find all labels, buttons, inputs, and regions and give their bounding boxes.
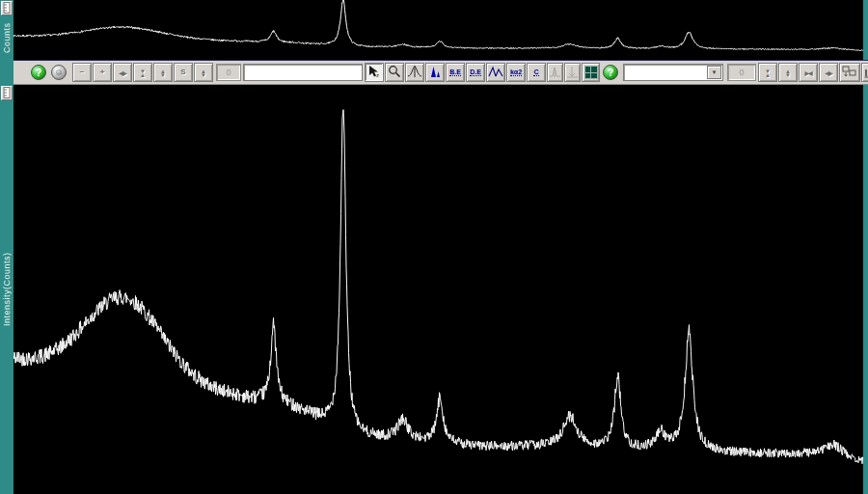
autoscale-button[interactable]: S — [174, 63, 193, 82]
peak-area-button — [547, 63, 563, 82]
crystallite-size-button[interactable]: C — [527, 63, 546, 82]
expand-y-icon: ▲▼ — [785, 69, 791, 76]
peak-id-icon — [407, 65, 422, 80]
expand-x-icon: ◀▶ — [119, 69, 125, 76]
compress-y-icon: ▼▲ — [140, 69, 146, 76]
dropdown-arrow-icon[interactable]: ▼ — [707, 66, 721, 79]
compress-x-button-2[interactable]: ▶◀ — [799, 63, 818, 82]
main-plot[interactable] — [14, 85, 863, 494]
compress-y-button-2[interactable]: ▼▲ — [758, 63, 777, 82]
deconvolution-icon — [488, 65, 503, 80]
main-ylabel: Intensity(Counts) — [0, 85, 14, 494]
help-icon: ? — [31, 65, 46, 80]
peak-dump-icon — [566, 66, 579, 80]
minus-icon: − — [80, 69, 85, 76]
main-axis-settings-button[interactable] — [1, 86, 13, 100]
expand-x-button-2[interactable]: ◀▶ — [819, 63, 838, 82]
overlay-stack-button[interactable] — [839, 63, 860, 82]
deconvolution-button[interactable] — [486, 63, 505, 82]
tile-windows-button[interactable] — [582, 63, 600, 82]
normalize-y-icon: ▲▼ — [201, 69, 206, 76]
expand-y-button[interactable]: ▲▼ — [153, 63, 173, 82]
tile-windows-icon — [584, 66, 598, 79]
kalpha2-strip-button[interactable]: kα2 — [506, 63, 526, 82]
help-button-left[interactable]: ? — [29, 62, 48, 83]
ruler-icon — [3, 85, 11, 102]
compress-y-icon: ▼▲ — [765, 69, 771, 76]
stop-button[interactable] — [49, 62, 68, 83]
background-edit-button[interactable]: B.E — [446, 63, 465, 82]
toolbar: ? − + ◀▶ ▼▲ ▲▼ S ▲▼ 0 z — [14, 60, 868, 85]
plus-icon: + — [100, 69, 105, 76]
overlay-stack-icon — [842, 65, 857, 80]
peak-dump-button — [564, 63, 581, 82]
filename-input[interactable] — [243, 64, 363, 81]
magnify-button[interactable] — [385, 63, 404, 82]
background-edit-label: B.E — [449, 69, 461, 76]
ruler-icon — [3, 0, 11, 17]
left-counter-field: 0 — [216, 64, 241, 81]
zoom-cursor-button[interactable]: z — [365, 63, 384, 82]
histogram-icon — [864, 66, 868, 80]
zoom-cursor-icon: z — [367, 65, 381, 80]
svg-text:z: z — [376, 72, 379, 78]
kalpha2-label: kα2 — [510, 69, 522, 76]
peak-area-icon — [549, 66, 561, 80]
normalize-y-button[interactable]: ▲▼ — [194, 63, 213, 82]
histogram-view-button[interactable] — [861, 63, 868, 82]
overview-ylabel: Counts — [0, 15, 14, 60]
profile-fit-icon — [427, 65, 443, 80]
data-edit-button[interactable]: D.E — [466, 63, 485, 82]
expand-y-icon: ▲▼ — [160, 69, 166, 76]
stop-sphere-icon — [51, 65, 67, 80]
crystallite-label: C — [533, 69, 538, 76]
magnifier-icon — [388, 65, 401, 80]
expand-x-icon: ◀▶ — [825, 69, 831, 76]
autoscale-icon: S — [180, 69, 185, 76]
peak-id-button[interactable] — [405, 63, 424, 82]
phase-combobox[interactable]: ▼ — [623, 64, 723, 81]
overview-axis-settings-button[interactable] — [1, 1, 13, 15]
expand-x-button[interactable]: ◀▶ — [113, 63, 132, 82]
zoom-out-button[interactable]: − — [72, 63, 92, 82]
compress-y-button[interactable]: ▼▲ — [133, 63, 152, 82]
compress-x-icon: ▶◀ — [804, 69, 811, 76]
profile-fit-button[interactable] — [425, 63, 445, 82]
help-icon: ? — [603, 65, 618, 80]
help-button-middle[interactable]: ? — [601, 62, 620, 83]
zoom-in-button[interactable]: + — [93, 63, 112, 82]
right-counter-field: 0 — [727, 64, 756, 81]
data-edit-label: D.E — [470, 69, 481, 76]
overview-plot[interactable] — [14, 0, 863, 60]
xrd-app-window: Counts Intensity(Counts) ? − + ◀▶ ▼▲ ▲▼ … — [0, 0, 868, 494]
expand-y-button-2[interactable]: ▲▼ — [778, 63, 798, 82]
